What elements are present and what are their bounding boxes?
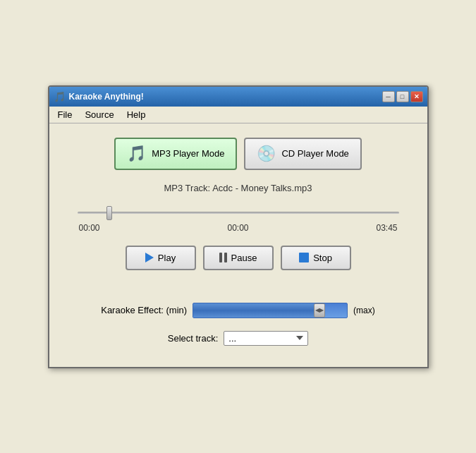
time-end: 03:45 xyxy=(376,223,397,233)
track-select[interactable]: ... xyxy=(224,331,308,346)
select-track-label: Select track: xyxy=(168,333,219,344)
pause-label: Pause xyxy=(231,253,257,263)
cd-mode-button[interactable]: 💿 CD Player Mode xyxy=(244,138,361,170)
karaoke-section: Karaoke Effect: (min) ◀▶ (max) xyxy=(71,303,406,318)
karaoke-slider-fill: ◀▶ xyxy=(193,303,324,318)
music-notes-icon: 🎵 xyxy=(127,145,146,163)
karaoke-slider[interactable]: ◀▶ xyxy=(193,303,348,318)
play-button[interactable]: Play xyxy=(126,246,196,270)
cd-mode-label: CD Player Mode xyxy=(281,148,348,159)
pause-bar-left xyxy=(219,253,222,262)
title-controls: ─ □ ✕ xyxy=(382,91,423,102)
time-start: 00:00 xyxy=(79,223,100,233)
transport-buttons: Play Pause Stop xyxy=(126,246,351,270)
time-labels: 00:00 00:00 03:45 xyxy=(78,223,399,233)
main-window: 🎵 Karaoke Anything! ─ □ ✕ File Source He… xyxy=(48,85,429,368)
time-mid: 00:00 xyxy=(227,223,248,233)
title-bar-left: 🎵 Karaoke Anything! xyxy=(54,91,144,102)
menu-source[interactable]: Source xyxy=(79,108,119,121)
seek-bar-wrapper[interactable] xyxy=(78,206,399,220)
cd-icon: 💿 xyxy=(257,145,276,163)
play-triangle-icon xyxy=(145,253,154,262)
karaoke-label-max: (max) xyxy=(353,306,375,315)
menu-file[interactable]: File xyxy=(52,108,78,121)
app-icon: 🎵 xyxy=(54,91,66,102)
karaoke-label-min: Karaoke Effect: (min) xyxy=(101,305,187,315)
mp3-mode-label: MP3 Player Mode xyxy=(152,148,224,159)
seek-thumb[interactable] xyxy=(106,206,112,220)
stop-icon xyxy=(299,253,309,262)
play-icon xyxy=(145,253,154,262)
mp3-mode-button[interactable]: 🎵 MP3 Player Mode xyxy=(114,138,237,170)
seek-bar-track[interactable] xyxy=(78,212,399,214)
karaoke-thumb[interactable]: ◀▶ xyxy=(314,303,325,318)
mode-buttons: 🎵 MP3 Player Mode 💿 CD Player Mode xyxy=(114,138,362,170)
pause-button[interactable]: Pause xyxy=(203,246,274,270)
menu-bar: File Source Help xyxy=(49,107,427,123)
play-label: Play xyxy=(158,253,176,263)
menu-help[interactable]: Help xyxy=(121,108,152,121)
seek-bar-container: 00:00 00:00 03:45 xyxy=(71,206,406,233)
maximize-button[interactable]: □ xyxy=(396,91,409,102)
select-track-row: Select track: ... xyxy=(168,331,309,346)
pause-bars-icon xyxy=(219,253,227,262)
minimize-button[interactable]: ─ xyxy=(382,91,395,102)
close-button[interactable]: ✕ xyxy=(410,91,423,102)
track-info: MP3 Track: Acdc - Money Talks.mp3 xyxy=(164,183,312,193)
content-area: 🎵 MP3 Player Mode 💿 CD Player Mode MP3 T… xyxy=(49,123,427,367)
pause-icon xyxy=(219,253,227,262)
title-bar: 🎵 Karaoke Anything! ─ □ ✕ xyxy=(49,87,427,107)
stop-square-icon xyxy=(299,253,309,262)
window-title: Karaoke Anything! xyxy=(69,92,144,102)
karaoke-row: Karaoke Effect: (min) ◀▶ (max) xyxy=(78,303,399,318)
pause-bar-right xyxy=(224,253,227,262)
stop-button[interactable]: Stop xyxy=(281,246,351,270)
stop-label: Stop xyxy=(313,253,332,263)
